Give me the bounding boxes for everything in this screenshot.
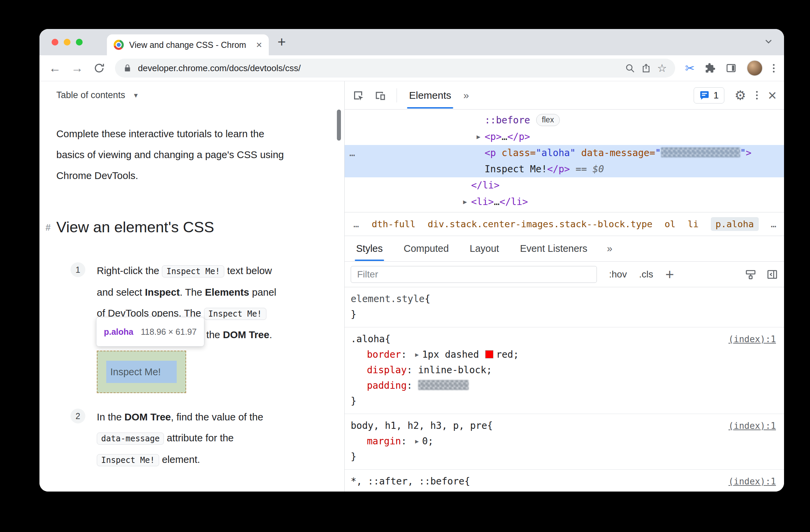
docs-scrollbar-thumb[interactable] [337,110,341,140]
breadcrumb-item[interactable]: … [771,219,777,229]
css-property[interactable]: box-sizing: border-box; [345,489,784,492]
dom-tree-row[interactable]: ::beforeflex [345,112,784,129]
heading-anchor-hash[interactable]: # [46,222,51,233]
extensions-puzzle-icon[interactable] [705,63,716,73]
toggle-sidebar-icon[interactable] [766,269,778,280]
breadcrumb-item[interactable]: p.aloha [711,217,759,231]
stylesheet-source-link[interactable]: (index):1 [728,331,776,347]
styles-filter-input[interactable] [351,266,597,283]
css-selector[interactable]: .aloha [351,331,385,347]
zoom-icon[interactable] [625,63,635,73]
flex-badge[interactable]: flex [536,114,560,126]
tab-elements[interactable]: Elements [407,82,453,109]
content-area: Table of contents ▾ Complete these inter… [39,81,784,492]
dom-breadcrumbs: …dth-fulldiv.stack.center-images.stack--… [345,212,784,236]
toggle-classes-button[interactable]: .cls [639,269,653,280]
toggle-hover-state-button[interactable]: :hov [609,269,627,280]
devtools-toolbar: Elements » 1 ⚙ × [345,81,784,110]
dom-tree-row[interactable]: ▶<li>…</li> [345,194,784,210]
css-selector[interactable]: body, h1, h2, h3, p, pre [351,418,487,434]
more-panels-icon[interactable]: » [463,90,469,101]
new-style-rule-button[interactable]: + [665,267,674,282]
inspect-me-element[interactable]: Inspect Me! [97,351,186,393]
dom-tree-row[interactable]: ▶<p>…</p> [345,129,784,145]
bookmark-star-icon[interactable]: ☆ [657,62,667,74]
window-controls [52,39,83,46]
new-tab-button[interactable]: + [277,34,286,50]
breadcrumb-item[interactable]: div.stack.center-images.stack--block.typ… [427,219,652,229]
inline-code-chip: Inspect Me! [204,308,266,320]
browser-tab[interactable]: View and change CSS - Chrom × [107,34,269,55]
redacted-pixelated-value [661,147,740,157]
toc-label: Table of contents [56,90,125,100]
more-tabs-icon[interactable]: » [607,243,612,254]
breadcrumb-item[interactable]: dth-full [372,219,416,229]
breadcrumb-item[interactable]: li [687,219,699,229]
tab-event-listeners[interactable]: Event Listeners [519,236,589,261]
css-property[interactable]: margin: ▶0; [345,434,784,449]
settings-gear-icon[interactable]: ⚙ [734,89,746,102]
breadcrumb-item[interactable]: ol [665,219,676,229]
redacted-pixelated-value [418,380,469,390]
side-panel-icon[interactable] [726,63,736,73]
css-property[interactable]: border: ▶1px dashed red; [345,347,784,362]
tab-layout[interactable]: Layout [468,236,500,261]
browser-menu-kebab-icon[interactable] [773,64,775,72]
tab-computed[interactable]: Computed [402,236,450,261]
devtools-close-icon[interactable]: × [768,88,777,103]
css-selector[interactable]: element.style [351,291,424,307]
expand-arrow-icon[interactable]: ▶ [415,434,419,449]
minimize-window-button[interactable] [64,39,70,46]
stylesheet-source-link[interactable]: (index):1 [728,418,776,434]
inspect-element-icon[interactable] [352,89,364,101]
url-text[interactable]: developer.chrome.com/docs/devtools/css/ [138,63,619,73]
close-window-button[interactable] [52,39,58,46]
inline-code-chip: Inspect Me! [162,265,224,278]
tutorial-step-1: 1 Right-click the Inspect Me! text below… [70,260,344,393]
devtools-menu-kebab-icon[interactable] [756,91,758,99]
browser-window: View and change CSS - Chrom × + ← → deve… [39,29,784,492]
css-property[interactable]: padding: [345,378,784,394]
table-of-contents-button[interactable]: Table of contents ▾ [56,90,344,100]
dom-tree-row-selected[interactable]: …<p class="aloha" data-message="">Inspec… [345,145,784,177]
share-icon[interactable] [641,63,651,73]
address-bar[interactable]: developer.chrome.com/docs/devtools/css/ … [115,59,675,78]
back-icon[interactable]: ← [49,62,61,74]
tab-title: View and change CSS - Chrom [129,40,250,50]
tab-close-icon[interactable]: × [256,40,262,50]
toolbar-divider [396,88,397,102]
issues-count: 1 [714,90,719,101]
lock-icon[interactable] [123,64,132,72]
fullscreen-window-button[interactable] [76,39,83,46]
inspect-me-content[interactable]: Inspect Me! [106,361,177,383]
css-rule: .aloha {(index):1border: ▶1px dashed red… [345,327,784,414]
devtools-panel: Elements » 1 ⚙ × ::beforeflex▶<p>…</p>…<… [344,81,784,492]
breadcrumb-item[interactable]: … [353,219,359,229]
expand-arrow-icon[interactable]: ▶ [472,129,485,145]
style-editor-icon[interactable] [745,269,756,280]
scissors-extension-icon[interactable]: ✂ [685,61,695,75]
page-title: # View an element's CSS [56,218,344,236]
reload-icon[interactable] [93,62,105,74]
css-selector[interactable]: *, ::after, ::before [351,474,464,489]
issues-badge[interactable]: 1 [694,87,725,103]
step-1-text: Right-click the Inspect Me! text below a… [97,260,280,393]
profile-avatar[interactable] [747,60,763,76]
css-rule: element.style {} [345,287,784,327]
stylesheet-source-link[interactable]: (index):1 [728,474,776,489]
dom-tree-row[interactable]: </li> [345,177,784,194]
styles-pane-tabs: StylesComputedLayoutEvent Listeners» [345,236,784,261]
tab-search-chevron-icon[interactable] [763,36,774,48]
step-number-badge: 2 [70,409,85,423]
tab-styles[interactable]: Styles [355,236,384,261]
demo-wrap: p.aloha 118.96 × 61.97 Inspect Me! [97,351,186,393]
device-toolbar-icon[interactable] [374,89,387,101]
color-swatch[interactable] [485,350,493,359]
forward-icon[interactable]: → [71,62,83,74]
expand-arrow-icon[interactable]: ▶ [459,194,471,210]
expand-arrow-icon[interactable]: ▶ [415,347,419,362]
styles-filter-row: :hov .cls + [345,261,784,287]
tooltip-selector: p.aloha [104,321,133,342]
css-property[interactable]: display: inline-block; [345,362,784,378]
styles-pane: element.style {}.aloha {(index):1border:… [345,287,784,492]
